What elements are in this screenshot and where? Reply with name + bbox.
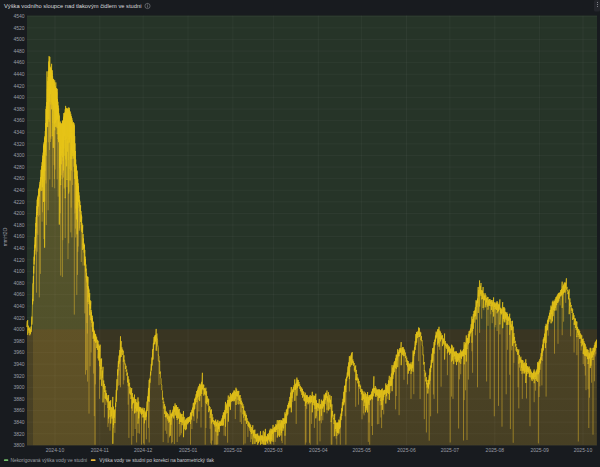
svg-text:4240: 4240 — [13, 187, 24, 193]
svg-text:4000: 4000 — [13, 326, 24, 332]
svg-text:3820: 3820 — [13, 431, 24, 437]
svg-text:3900: 3900 — [13, 384, 24, 390]
svg-text:3940: 3940 — [13, 361, 24, 367]
svg-text:Výška vodního sloupce nad tlak: Výška vodního sloupce nad tlakovým čidle… — [4, 3, 141, 9]
svg-text:4300: 4300 — [13, 152, 24, 158]
svg-text:4080: 4080 — [13, 280, 24, 286]
svg-text:3840: 3840 — [13, 419, 24, 425]
svg-text:mmH2O: mmH2O — [2, 228, 8, 247]
svg-text:3800: 3800 — [13, 442, 24, 448]
svg-text:4220: 4220 — [13, 199, 24, 205]
svg-text:2024-11: 2024-11 — [91, 447, 109, 453]
svg-text:4280: 4280 — [13, 164, 24, 170]
svg-text:4520: 4520 — [13, 25, 24, 31]
svg-text:3920: 3920 — [13, 373, 24, 379]
svg-text:4160: 4160 — [13, 233, 24, 239]
svg-text:4400: 4400 — [13, 94, 24, 100]
svg-text:4440: 4440 — [13, 71, 24, 77]
svg-text:3980: 3980 — [13, 338, 24, 344]
svg-text:4260: 4260 — [13, 175, 24, 181]
svg-text:4340: 4340 — [13, 129, 24, 135]
svg-text:4540: 4540 — [13, 13, 24, 19]
svg-text:4480: 4480 — [13, 48, 24, 54]
svg-text:2025-07: 2025-07 — [441, 447, 460, 453]
svg-text:4200: 4200 — [13, 210, 24, 216]
svg-text:3860: 3860 — [13, 407, 24, 413]
svg-text:4380: 4380 — [13, 106, 24, 112]
svg-text:Nekorigovaná výška vody ve stu: Nekorigovaná výška vody ve studni — [10, 458, 87, 463]
svg-text:2025-03: 2025-03 — [264, 447, 283, 453]
svg-text:2025-06: 2025-06 — [397, 447, 416, 453]
svg-text:2025-10: 2025-10 — [574, 447, 593, 453]
svg-text:4060: 4060 — [13, 291, 24, 297]
svg-text:4180: 4180 — [13, 222, 24, 228]
svg-text:4100: 4100 — [13, 268, 24, 274]
svg-text:4460: 4460 — [13, 59, 24, 65]
svg-text:2024-12: 2024-12 — [134, 447, 153, 453]
svg-text:2025-05: 2025-05 — [353, 447, 372, 453]
svg-text:4320: 4320 — [13, 141, 24, 147]
svg-text:4420: 4420 — [13, 83, 24, 89]
svg-text:2024-10: 2024-10 — [46, 447, 65, 453]
svg-text:2025-02: 2025-02 — [224, 447, 243, 453]
svg-text:2025-01: 2025-01 — [179, 447, 198, 453]
svg-text:4120: 4120 — [13, 257, 24, 263]
svg-text:4360: 4360 — [13, 117, 24, 123]
svg-text:2025-08: 2025-08 — [486, 447, 505, 453]
svg-text:3880: 3880 — [13, 396, 24, 402]
svg-text:2025-04: 2025-04 — [309, 447, 328, 453]
svg-text:4040: 4040 — [13, 303, 24, 309]
svg-text:4500: 4500 — [13, 36, 24, 42]
svg-text:3960: 3960 — [13, 349, 24, 355]
svg-text:4020: 4020 — [13, 315, 24, 321]
svg-text:4140: 4140 — [13, 245, 24, 251]
svg-text:Výška vody ve studni po korekc: Výška vody ve studni po korekci na barom… — [99, 458, 214, 463]
svg-text:2025-09: 2025-09 — [530, 447, 549, 453]
